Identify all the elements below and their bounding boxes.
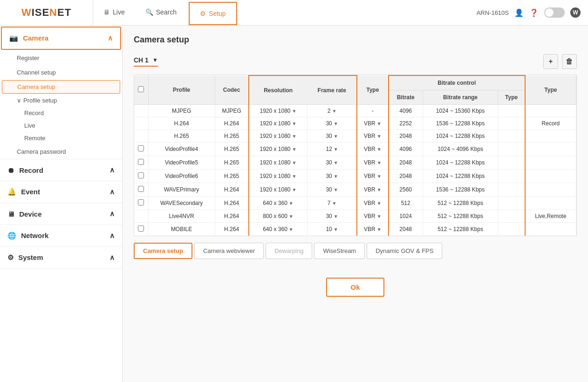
- row-type[interactable]: VBR ▼: [357, 130, 389, 143]
- channel-select[interactable]: CH 1 ▼: [134, 56, 158, 67]
- resolution-dropdown[interactable]: 1920 x 1080 ▼: [260, 159, 296, 166]
- row-resolution[interactable]: 640 x 360 ▼: [249, 197, 308, 210]
- framerate-dropdown[interactable]: 10 ▼: [326, 226, 338, 232]
- ok-button[interactable]: Ok: [326, 278, 384, 297]
- row-framerate[interactable]: 30 ▼: [308, 117, 357, 130]
- row-bitrate: 2048: [389, 223, 423, 236]
- row-resolution[interactable]: 1920 x 1080 ▼: [249, 170, 308, 183]
- row-framerate[interactable]: 2 ▼: [308, 105, 357, 117]
- row-checkbox[interactable]: [138, 145, 144, 151]
- row-resolution[interactable]: 1920 x 1080 ▼: [249, 143, 308, 156]
- resolution-dropdown[interactable]: 1920 x 1080 ▼: [260, 186, 296, 193]
- framerate-dropdown[interactable]: 30 ▼: [326, 173, 338, 179]
- sidebar-item-record[interactable]: Record: [7, 107, 122, 119]
- type-dropdown[interactable]: VBR ▼: [364, 120, 382, 127]
- row-framerate[interactable]: 7 ▼: [308, 197, 357, 210]
- sidebar-event-header[interactable]: 🔔 Event ∧: [0, 181, 122, 203]
- row-framerate[interactable]: 30 ▼: [308, 130, 357, 143]
- resolution-dropdown[interactable]: 1920 x 1080 ▼: [260, 120, 296, 127]
- tab-btn-camera-webviewer[interactable]: Camera webviewer: [194, 243, 264, 259]
- tab-btn-dynamic-gov-&-fps[interactable]: Dynamic GOV & FPS: [367, 243, 442, 259]
- row-type[interactable]: VBR ▼: [357, 223, 389, 236]
- sidebar-item-live[interactable]: Live: [7, 119, 122, 132]
- row-type-out: Record: [525, 117, 576, 130]
- row-type[interactable]: VBR ▼: [357, 183, 389, 197]
- type-dropdown[interactable]: VBR ▼: [364, 200, 382, 206]
- row-framerate[interactable]: 10 ▼: [308, 223, 357, 236]
- row-type[interactable]: VBR ▼: [357, 210, 389, 223]
- sidebar-camera-label: Camera: [23, 34, 48, 42]
- row-type[interactable]: VBR ▼: [357, 156, 389, 170]
- tab-btn-wisestream[interactable]: WiseStream: [314, 243, 365, 259]
- sidebar-item-camera-setup[interactable]: Camera setup: [2, 80, 120, 94]
- row-checkbox-cell: [134, 117, 148, 130]
- row-resolution[interactable]: 800 x 600 ▼: [249, 210, 308, 223]
- row-framerate[interactable]: 30 ▼: [308, 170, 357, 183]
- type-dropdown[interactable]: VBR ▼: [364, 173, 382, 179]
- framerate-dropdown[interactable]: 30 ▼: [326, 120, 338, 127]
- type-dropdown[interactable]: VBR ▼: [364, 226, 382, 232]
- framerate-dropdown[interactable]: 30 ▼: [326, 213, 338, 219]
- row-resolution[interactable]: 1920 x 1080 ▼: [249, 117, 308, 130]
- framerate-dropdown[interactable]: 7 ▼: [328, 200, 337, 206]
- select-all-checkbox[interactable]: [138, 86, 144, 92]
- resolution-dropdown[interactable]: 1920 x 1080 ▼: [260, 133, 296, 139]
- help-icon-btn[interactable]: ❓: [529, 8, 539, 17]
- user-icon-btn[interactable]: 👤: [514, 8, 524, 17]
- resolution-dropdown[interactable]: 640 x 360 ▼: [263, 226, 294, 232]
- resolution-dropdown[interactable]: 800 x 600 ▼: [263, 213, 294, 219]
- resolution-dropdown[interactable]: 640 x 360 ▼: [263, 200, 294, 206]
- sidebar: 📷 Camera ∧ Register Channel setup Camera…: [0, 26, 123, 382]
- row-resolution[interactable]: 1920 x 1080 ▼: [249, 105, 308, 117]
- sidebar-system-header[interactable]: ⚙ System ∧: [0, 247, 122, 268]
- row-resolution[interactable]: 1920 x 1080 ▼: [249, 156, 308, 170]
- row-resolution[interactable]: 1920 x 1080 ▼: [249, 130, 308, 143]
- resolution-dropdown[interactable]: 1920 x 1080 ▼: [260, 173, 296, 179]
- delete-button[interactable]: 🗑: [562, 54, 577, 69]
- row-checkbox[interactable]: [138, 172, 144, 178]
- row-framerate[interactable]: 12 ▼: [308, 143, 357, 156]
- resolution-dropdown[interactable]: 1920 x 1080 ▼: [260, 146, 296, 152]
- type-dropdown[interactable]: VBR ▼: [364, 159, 382, 166]
- type-dropdown[interactable]: VBR ▼: [364, 186, 382, 193]
- row-checkbox[interactable]: [138, 225, 144, 232]
- row-checkbox[interactable]: [138, 186, 144, 192]
- row-resolution[interactable]: 1920 x 1080 ▼: [249, 183, 308, 197]
- row-framerate[interactable]: 30 ▼: [308, 183, 357, 197]
- row-resolution[interactable]: 640 x 360 ▼: [249, 223, 308, 236]
- sidebar-camera-header[interactable]: 📷 Camera ∧: [1, 27, 121, 50]
- row-type[interactable]: VBR ▼: [357, 117, 389, 130]
- resolution-dropdown[interactable]: 1920 x 1080 ▼: [260, 108, 296, 114]
- framerate-dropdown[interactable]: 30 ▼: [326, 159, 338, 166]
- row-type[interactable]: VBR ▼: [357, 197, 389, 210]
- sidebar-network-header[interactable]: 🌐 Network ∧: [0, 225, 122, 246]
- row-type[interactable]: VBR ▼: [357, 143, 389, 156]
- row-framerate[interactable]: 30 ▼: [308, 210, 357, 223]
- sidebar-record-header[interactable]: ⏺ Record ∧: [0, 159, 122, 181]
- nav-live[interactable]: 🖥 Live: [93, 0, 135, 25]
- sidebar-item-channel-setup[interactable]: Channel setup: [0, 65, 122, 80]
- framerate-dropdown[interactable]: 2 ▼: [328, 108, 337, 114]
- row-checkbox[interactable]: [138, 159, 144, 165]
- add-button[interactable]: +: [543, 54, 558, 69]
- sidebar-item-remote[interactable]: Remote: [7, 132, 122, 144]
- framerate-dropdown[interactable]: 30 ▼: [326, 133, 338, 139]
- toggle-switch[interactable]: [544, 7, 565, 18]
- type-dropdown[interactable]: VBR ▼: [364, 146, 382, 152]
- row-type[interactable]: VBR ▼: [357, 170, 389, 183]
- nav-setup[interactable]: ⚙ Setup: [189, 2, 237, 25]
- sidebar-item-register[interactable]: Register: [0, 51, 122, 65]
- tab-btn-camera-setup[interactable]: Camera setup: [134, 243, 192, 259]
- sidebar-profile-setup-header[interactable]: ∨ Profile setup: [7, 94, 122, 107]
- row-bitrate: 2560: [389, 183, 423, 197]
- sidebar-item-camera-password[interactable]: Camera password: [0, 144, 122, 159]
- type-dropdown[interactable]: VBR ▼: [364, 133, 382, 139]
- type-dropdown-arrow: ▼: [377, 214, 382, 219]
- sidebar-device-header[interactable]: 🖥 Device ∧: [0, 203, 122, 225]
- row-checkbox[interactable]: [138, 199, 144, 205]
- nav-search[interactable]: 🔍 Search: [135, 0, 187, 25]
- type-dropdown[interactable]: VBR ▼: [364, 213, 382, 219]
- framerate-dropdown[interactable]: 12 ▼: [326, 146, 338, 152]
- framerate-dropdown[interactable]: 30 ▼: [326, 186, 338, 193]
- row-framerate[interactable]: 30 ▼: [308, 156, 357, 170]
